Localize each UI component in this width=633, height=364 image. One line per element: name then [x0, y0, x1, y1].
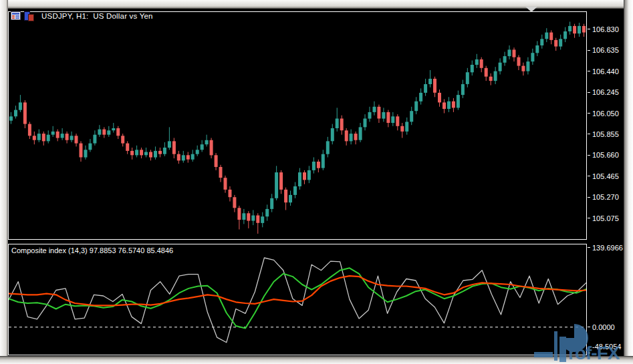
price-106.635-tick [588, 50, 590, 51]
mt5-chart-window: USDJPY, H1: US Dollar vs Yen Composite i… [0, 0, 633, 364]
price-105.660-label: 105.660 [592, 151, 619, 159]
indicator-chart[interactable] [9, 244, 586, 355]
indicator-139.6966-tick [588, 247, 590, 248]
chart-title: USDJPY, H1: US Dollar vs Yen [41, 12, 153, 20]
indicator-0.0000-label: 0.0000 [592, 323, 615, 331]
indicator-139.6966-label: 139.6966 [592, 244, 623, 252]
price-105.270-tick [588, 197, 590, 198]
price-106.245-tick [588, 92, 590, 93]
price-105.855-label: 105.855 [592, 130, 619, 138]
indicator--48.5054-label: -48.5054 [592, 343, 621, 351]
window-frame-bottom [0, 356, 633, 364]
price-106.050-label: 106.050 [592, 110, 619, 118]
price-105.465-tick [588, 176, 590, 176]
price-105.660-tick [588, 155, 590, 156]
chart-title-bar: USDJPY, H1: US Dollar vs Yen [11, 11, 153, 21]
indicator-label: Composite index (14,3) 97.8853 76.5740 8… [11, 246, 173, 254]
price-106.245-label: 106.245 [592, 88, 619, 96]
price-106.635-label: 106.635 [592, 46, 619, 54]
price-106.440-label: 106.440 [592, 67, 619, 75]
price-105.855-tick [588, 134, 590, 134]
candlestick-chart[interactable] [9, 12, 586, 239]
price-106.440-tick [588, 71, 590, 71]
price-105.075-tick [588, 218, 590, 218]
price-105.465-label: 105.465 [592, 172, 619, 180]
window-frame-top [0, 0, 633, 9]
candles-window-icon [23, 11, 33, 20]
price-105.270-label: 105.270 [592, 193, 619, 201]
indicator-0.0000-tick [588, 327, 590, 327]
price-106.050-tick [588, 113, 590, 114]
price-scale[interactable]: 106.830106.635106.440106.245106.050105.8… [588, 0, 624, 364]
price-105.075-label: 105.075 [592, 214, 619, 222]
window-frame-right [624, 0, 633, 364]
price-106.830-tick [588, 29, 590, 29]
price-106.830-label: 106.830 [592, 25, 619, 33]
main-chart-window[interactable] [8, 11, 587, 240]
indicator-window[interactable] [8, 244, 587, 355]
window-frame-left [0, 0, 8, 364]
table-chart-icon [11, 11, 21, 20]
indicator--48.5054-tick [588, 353, 590, 353]
chart-shift-triangle-icon[interactable] [525, 7, 537, 12]
